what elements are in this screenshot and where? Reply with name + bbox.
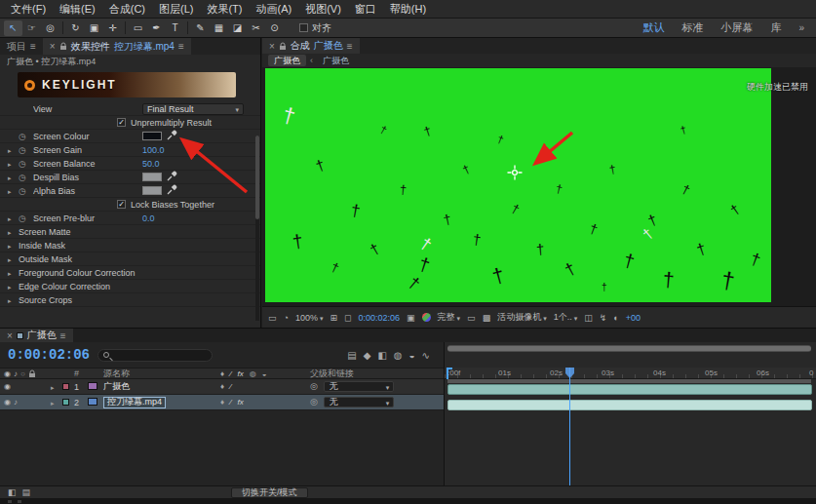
stopwatch-icon[interactable] (19, 145, 26, 155)
stopwatch-icon[interactable] (19, 132, 26, 141)
lock-icon[interactable] (59, 42, 67, 51)
time-ruler[interactable]: :00f 01s 02s 03s 04s 05s 06s 0 (445, 368, 816, 379)
panel-menu-icon[interactable] (178, 41, 184, 52)
timeline-search-input[interactable] (113, 350, 207, 360)
snapshot-camera-icon[interactable] (407, 313, 415, 323)
comp-breadcrumb-current[interactable]: 广摄色 (268, 55, 306, 66)
layer-name[interactable]: 广摄色 (103, 380, 220, 393)
comp-breadcrumb-parent[interactable]: 广摄色 (317, 55, 355, 66)
column-parent[interactable]: 父级和链接 (310, 368, 444, 380)
twirl-icon[interactable] (51, 382, 55, 392)
layer-row-2-selected[interactable]: 2 控刀绿幕.mp4 fx 无 (0, 395, 444, 410)
view-layout-dropdown[interactable]: 1个.. (554, 311, 578, 324)
expand-transfer-icon[interactable] (22, 487, 31, 497)
time-navigator[interactable] (447, 345, 811, 352)
effect-group-outside-mask[interactable]: Outside Mask (0, 252, 260, 266)
workspace-default[interactable]: 默认 (642, 20, 664, 35)
frame-blending-icon[interactable] (394, 350, 403, 361)
parent-dropdown[interactable]: 无 (324, 381, 394, 392)
despill-bias-swatch[interactable] (142, 173, 162, 181)
effect-group-foreground-cc[interactable]: Foreground Colour Correction (0, 266, 260, 280)
work-area-in-bracket[interactable] (447, 368, 452, 379)
parent-dropdown[interactable]: 无 (324, 397, 394, 407)
menu-effect[interactable]: 效果(T) (200, 0, 249, 19)
workspace-standard[interactable]: 标准 (681, 20, 703, 35)
shape-tool-icon[interactable]: ▭ (129, 20, 147, 36)
twirl-icon[interactable] (8, 295, 12, 305)
layer-duration-bar-1[interactable] (447, 384, 812, 395)
video-column-icon[interactable] (4, 369, 11, 378)
fast-preview-icon[interactable] (600, 313, 607, 323)
menu-animation[interactable]: 动画(A) (250, 0, 299, 19)
screen-balance-value[interactable]: 50.0 (142, 159, 160, 169)
eyedropper-icon[interactable] (167, 184, 177, 197)
current-timecode[interactable]: 0:00:02:06 (8, 347, 90, 363)
mini-flowchart-icon[interactable] (347, 350, 356, 361)
effect-group-inside-mask[interactable]: Inside Mask (0, 239, 260, 252)
pixel-aspect-icon[interactable] (584, 313, 593, 323)
eyedropper-icon[interactable] (167, 171, 177, 183)
motion-blur-switch-icon[interactable] (262, 369, 267, 378)
tab-project[interactable]: 项目 (0, 38, 43, 55)
pen-tool-icon[interactable]: ✒ (147, 20, 166, 36)
camera-tool-icon[interactable]: ▣ (85, 20, 103, 36)
unpremultiply-checkbox[interactable] (117, 118, 126, 127)
view-dropdown[interactable]: Final Result (142, 103, 244, 115)
audio-icon[interactable] (14, 398, 18, 407)
clone-stamp-tool-icon[interactable]: ▦ (210, 20, 228, 36)
tab-timeline-comp[interactable]: 广摄色 (0, 329, 73, 342)
viewer-timecode[interactable]: 0:00:02:06 (359, 313, 401, 323)
layer-name[interactable]: 控刀绿幕.mp4 (103, 397, 166, 408)
effect-group-edge-cc[interactable]: Edge Colour Correction (0, 280, 260, 293)
panel-menu-icon[interactable] (30, 41, 36, 52)
shy-switch-icon[interactable] (220, 369, 224, 378)
transparency-grid-icon[interactable] (483, 313, 491, 323)
workspace-small-screen[interactable]: 小屏幕 (720, 20, 753, 35)
twirl-icon[interactable] (51, 398, 55, 407)
layer-duration-bar-2[interactable] (447, 400, 812, 410)
effect-group-source-crops[interactable]: Source Crops (0, 293, 260, 307)
workspace-overflow-icon[interactable]: » (798, 22, 804, 33)
panel-menu-icon[interactable] (347, 41, 353, 52)
twirl-icon[interactable] (8, 227, 12, 237)
hand-tool-icon[interactable]: ☞ (22, 20, 41, 36)
stopwatch-icon[interactable] (19, 213, 26, 223)
tab-composition[interactable]: 合成 广摄色 (262, 38, 360, 54)
twirl-icon[interactable] (8, 213, 12, 223)
quality-switch-icon[interactable] (230, 382, 231, 391)
twirl-icon[interactable] (8, 268, 12, 278)
motion-blur-icon[interactable] (409, 350, 415, 361)
region-of-interest-icon[interactable] (467, 313, 476, 323)
twirl-icon[interactable] (8, 254, 12, 264)
shy-switch-icon[interactable] (220, 382, 224, 391)
camera-dropdown[interactable]: 活动摄像机 (497, 311, 547, 324)
roto-brush-tool-icon[interactable]: ✂ (247, 20, 265, 36)
lock-column-icon[interactable] (28, 369, 36, 378)
draft-3d-icon[interactable] (364, 350, 371, 361)
exposure-icon[interactable] (613, 313, 618, 323)
pick-whip-icon[interactable] (310, 397, 318, 407)
twirl-icon[interactable] (8, 145, 12, 155)
twirl-icon[interactable] (8, 282, 12, 291)
grid-guides-icon[interactable] (330, 313, 338, 323)
column-number[interactable]: # (74, 368, 88, 378)
magnification-dropdown[interactable]: 100% (295, 313, 324, 323)
twirl-icon[interactable] (8, 186, 12, 196)
composition-canvas[interactable] (265, 68, 771, 302)
show-channel-icon[interactable] (422, 313, 431, 322)
tab-effect-controls[interactable]: 效果控件 控刀绿幕.mp4 (43, 38, 191, 55)
menu-composition[interactable]: 合成(C) (102, 0, 152, 19)
quality-switch-icon[interactable] (230, 369, 231, 378)
type-tool-icon[interactable]: T (166, 20, 184, 36)
twirl-icon[interactable] (8, 241, 12, 251)
pan-behind-tool-icon[interactable]: ✛ (103, 20, 122, 36)
brush-tool-icon[interactable]: ✎ (191, 20, 210, 36)
snap-toggle[interactable]: 对齐 (299, 21, 331, 35)
close-icon[interactable] (50, 41, 56, 52)
current-time-indicator-line[interactable] (569, 368, 570, 485)
alpha-bias-swatch[interactable] (142, 186, 162, 195)
menu-edit[interactable]: 编辑(E) (53, 0, 102, 19)
layer-row-1[interactable]: 1 广摄色 无 (0, 379, 444, 395)
puppet-tool-icon[interactable]: ⊙ (265, 20, 284, 36)
twirl-icon[interactable] (8, 159, 12, 169)
